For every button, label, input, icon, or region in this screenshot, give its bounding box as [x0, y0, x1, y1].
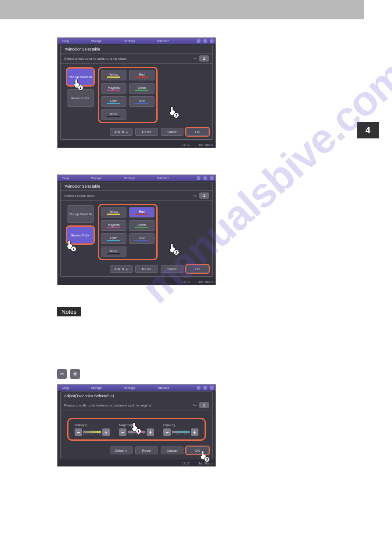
color-label: Yellow	[109, 210, 118, 213]
device-tabs: Copy Storage Settings Template	[58, 38, 216, 44]
help-icon[interactable]	[210, 386, 214, 390]
reset-button[interactable]: Reset	[135, 446, 158, 454]
callout-hand-2: 2	[169, 243, 177, 254]
color-label: Yellow	[109, 73, 118, 76]
color-swatch	[135, 240, 148, 241]
tab-template[interactable]: Template	[157, 177, 169, 180]
device-tabs: Copy Storage Settings Template	[58, 385, 216, 391]
ok-button[interactable]: OK	[186, 265, 209, 273]
color-swatch	[107, 90, 120, 91]
color-option-yellow[interactable]: Yellow	[101, 70, 126, 80]
color-label: Blue	[139, 99, 145, 102]
tab-copy[interactable]: Copy	[62, 386, 69, 389]
color-label: Black	[110, 250, 117, 253]
color-option-cyan[interactable]: Cyan	[101, 96, 126, 107]
reset-button[interactable]: Reset	[135, 128, 158, 136]
color-option-blue[interactable]: Blue	[129, 96, 155, 107]
tab-settings[interactable]: Settings	[124, 386, 135, 389]
device-screenshot-2: Copy Storage Settings Template Twincolor…	[57, 174, 216, 285]
tab-settings[interactable]: Settings	[124, 40, 135, 43]
color-swatch	[107, 253, 120, 254]
home-icon[interactable]	[197, 176, 201, 180]
dialog-subtitle: Select second color. Set 1	[61, 191, 212, 201]
inline-plus-minus: − +	[57, 369, 80, 379]
color-swatch	[135, 214, 148, 215]
bottom-divider	[26, 521, 364, 521]
home-icon[interactable]	[197, 39, 201, 43]
reset-button[interactable]: Reset	[135, 265, 158, 273]
tab-template[interactable]: Template	[157, 40, 169, 43]
color-option-green[interactable]: Green	[129, 220, 155, 231]
color-grid: YellowRedMagentaGreenCyanBlueBlack	[99, 205, 156, 259]
tab-storage[interactable]: Storage	[91, 177, 102, 180]
help-icon[interactable]	[210, 176, 214, 180]
adjust-button[interactable]: Adjust▶	[110, 128, 133, 136]
color-option-blue[interactable]: Blue	[129, 233, 155, 244]
tab-settings[interactable]: Settings	[124, 177, 135, 180]
color-option-black[interactable]: Black	[101, 109, 126, 120]
tab-storage[interactable]: Storage	[91, 386, 102, 389]
balance-label: Yellow(Y)	[75, 424, 110, 427]
dialog-title: Twincolor Selectable	[61, 45, 212, 54]
cancel-button[interactable]: Cancel	[161, 128, 183, 136]
time-label: 11:13	[182, 143, 190, 146]
second-color-button[interactable]: Second Color	[67, 89, 94, 107]
color-option-red[interactable]: Red	[129, 207, 155, 218]
color-option-yellow[interactable]: Yellow	[101, 207, 126, 218]
plus-button[interactable]: +	[191, 428, 198, 436]
color-option-magenta[interactable]: Magenta	[101, 220, 126, 231]
color-option-magenta[interactable]: Magenta	[101, 83, 126, 94]
color-option-black[interactable]: Black	[101, 247, 126, 257]
func-icon[interactable]	[203, 39, 207, 43]
color-label: Magenta	[108, 86, 119, 89]
tab-copy[interactable]: Copy	[62, 40, 69, 43]
color-option-green[interactable]: Green	[129, 83, 155, 94]
change-black-to-button[interactable]: Change Black To	[67, 205, 94, 223]
color-swatch	[107, 76, 120, 78]
color-option-red[interactable]: Red	[129, 70, 155, 80]
color-option-cyan[interactable]: Cyan	[101, 233, 126, 244]
balance-yellow: Yellow(Y)−+	[75, 424, 110, 436]
time-label: 11:13	[182, 462, 190, 465]
color-label: Cyan	[110, 99, 117, 102]
plus-button[interactable]: +	[102, 428, 110, 436]
color-swatch	[107, 103, 120, 104]
home-icon[interactable]	[197, 386, 201, 390]
set-count: 1	[199, 55, 209, 62]
func-icon[interactable]	[203, 386, 207, 390]
tab-template[interactable]: Template	[157, 386, 169, 389]
balance-label: Cyan(C)	[163, 424, 198, 427]
inline-minus-button[interactable]: −	[57, 369, 67, 379]
job-status-label[interactable]: Job Status	[198, 280, 213, 283]
device-statusbar: 11:13 Job Status	[58, 460, 216, 466]
job-status-label[interactable]: Job Status	[198, 143, 213, 146]
detail-button[interactable]: Detail▶	[110, 446, 133, 454]
func-icon[interactable]	[203, 176, 207, 180]
minus-button[interactable]: −	[163, 428, 171, 436]
cancel-button[interactable]: Cancel	[161, 446, 183, 454]
help-icon[interactable]	[210, 39, 214, 43]
minus-button[interactable]: −	[119, 428, 126, 436]
color-swatch	[135, 90, 148, 91]
color-label: Green	[137, 86, 146, 89]
ok-button[interactable]: OK	[186, 128, 209, 136]
plus-button[interactable]: +	[147, 428, 154, 436]
color-swatch	[107, 240, 120, 241]
dialog-subtitle: Please specify color balance adjustment …	[61, 400, 212, 410]
color-label: Red	[139, 210, 145, 213]
notes-heading: Notes	[57, 307, 81, 316]
tab-copy[interactable]: Copy	[62, 177, 69, 180]
tab-storage[interactable]: Storage	[91, 40, 102, 43]
set-label: Set	[193, 57, 197, 60]
cancel-button[interactable]: Cancel	[161, 265, 183, 273]
detail-label: Detail	[115, 449, 123, 453]
color-label: Red	[139, 73, 145, 76]
callout-hand-2: 2	[199, 450, 208, 461]
minus-button[interactable]: −	[75, 428, 82, 436]
color-label: Blue	[139, 236, 145, 239]
chapter-tab: 4	[357, 122, 379, 138]
adjust-button[interactable]: Adjust▶	[110, 265, 133, 273]
adjust-label: Adjust	[114, 267, 124, 271]
inline-plus-button[interactable]: +	[70, 369, 80, 379]
set-label: Set	[193, 194, 197, 197]
